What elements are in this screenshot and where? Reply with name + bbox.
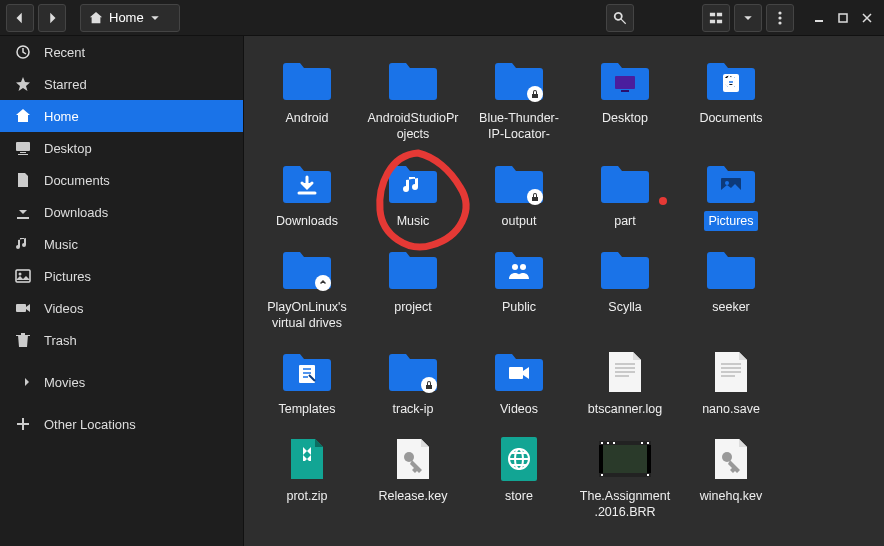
file-item[interactable]: part (572, 159, 678, 231)
file-icon (275, 347, 339, 397)
file-item[interactable]: output (466, 159, 572, 231)
file-item[interactable]: AndroidStudioProjects (360, 56, 466, 145)
file-item[interactable]: Music (360, 159, 466, 231)
file-item[interactable]: nano.save (678, 347, 784, 419)
file-item[interactable]: winehq.kev (678, 434, 784, 523)
minimize-button[interactable] (808, 7, 830, 29)
svg-point-6 (778, 21, 781, 24)
clock-icon (14, 44, 32, 60)
sidebar-item-pictures[interactable]: Pictures (0, 260, 243, 292)
sidebar: RecentStarredHomeDesktopDocumentsDownloa… (0, 36, 244, 546)
view-mode-button[interactable] (702, 4, 730, 32)
close-button[interactable] (856, 7, 878, 29)
sidebar-item-movies[interactable]: Movies (0, 366, 243, 398)
file-item[interactable]: Public (466, 245, 572, 334)
file-label: PlayOnLinux's virtual drives (257, 297, 357, 334)
file-icon (275, 245, 339, 295)
sidebar-item-trash[interactable]: Trash (0, 324, 243, 356)
file-item[interactable]: Desktop (572, 56, 678, 145)
maximize-button[interactable] (832, 7, 854, 29)
sidebar-item-label: Downloads (44, 205, 108, 220)
sidebar-item-other-locations[interactable]: Other Locations (0, 408, 243, 440)
sidebar-item-music[interactable]: Music (0, 228, 243, 260)
home-icon (89, 11, 103, 25)
picture-icon (14, 268, 32, 284)
search-button[interactable] (606, 4, 634, 32)
file-item[interactable]: Templates (254, 347, 360, 419)
svg-rect-2 (710, 19, 715, 23)
sidebar-item-starred[interactable]: Starred (0, 68, 243, 100)
download-icon (14, 204, 32, 220)
sidebar-item-recent[interactable]: Recent (0, 36, 243, 68)
menu-button[interactable] (766, 4, 794, 32)
file-item[interactable]: Videos (466, 347, 572, 419)
file-icon (699, 434, 763, 484)
link-icon (315, 275, 331, 291)
file-item[interactable]: Pictures (678, 159, 784, 231)
file-label: Public (498, 297, 540, 317)
file-item[interactable]: prot.zip (254, 434, 360, 523)
file-label: store (501, 486, 537, 506)
svg-rect-42 (601, 474, 603, 476)
file-item[interactable]: track-ip (360, 347, 466, 419)
svg-rect-27 (509, 367, 523, 379)
svg-point-5 (778, 16, 781, 19)
file-item[interactable]: Downloads (254, 159, 360, 231)
svg-point-23 (725, 181, 729, 185)
file-item[interactable]: Release.key (360, 434, 466, 523)
svg-rect-11 (20, 152, 26, 153)
svg-rect-38 (607, 442, 609, 444)
trash-icon (14, 332, 32, 348)
svg-rect-34 (603, 445, 647, 473)
svg-rect-40 (641, 442, 643, 444)
svg-point-14 (19, 273, 22, 276)
file-icon (699, 159, 763, 209)
file-label: The.Assignment.2016.BRR (575, 486, 675, 523)
file-item[interactable]: PlayOnLinux's virtual drives (254, 245, 360, 334)
file-item[interactable]: store (466, 434, 572, 523)
file-icon (593, 347, 657, 397)
breadcrumb[interactable]: Home (80, 4, 180, 32)
file-item[interactable]: btscanner.log (572, 347, 678, 419)
file-label: part (610, 211, 640, 231)
file-label: Android (281, 108, 332, 128)
svg-rect-15 (16, 304, 26, 312)
sidebar-item-desktop[interactable]: Desktop (0, 132, 243, 164)
svg-rect-8 (839, 14, 847, 22)
svg-rect-1 (717, 12, 722, 16)
file-icon (275, 56, 339, 106)
svg-rect-35 (599, 441, 651, 445)
file-label: Templates (275, 399, 340, 419)
svg-rect-3 (717, 19, 722, 23)
forward-button[interactable] (38, 4, 66, 32)
file-icon (381, 347, 445, 397)
file-item[interactable]: project (360, 245, 466, 334)
sidebar-item-downloads[interactable]: Downloads (0, 196, 243, 228)
file-item[interactable]: Android (254, 56, 360, 145)
back-button[interactable] (6, 4, 34, 32)
file-icon (487, 347, 551, 397)
svg-rect-41 (647, 442, 649, 444)
file-label: btscanner.log (584, 399, 666, 419)
video-icon (14, 300, 32, 316)
file-item[interactable]: Blue-Thunder-IP-Locator- (466, 56, 572, 145)
sidebar-item-videos[interactable]: Videos (0, 292, 243, 324)
desktop-icon (14, 140, 32, 156)
sidebar-item-home[interactable]: Home (0, 100, 243, 132)
file-label: winehq.kev (696, 486, 767, 506)
file-icon (381, 434, 445, 484)
sidebar-item-label: Other Locations (44, 417, 136, 432)
file-label: output (498, 211, 541, 231)
sidebar-item-label: Desktop (44, 141, 92, 156)
file-icon (593, 245, 657, 295)
file-label: Scylla (604, 297, 645, 317)
file-item[interactable]: seeker (678, 245, 784, 334)
svg-rect-10 (16, 142, 30, 151)
file-item[interactable]: The.Assignment.2016.BRR (572, 434, 678, 523)
file-label: Documents (695, 108, 766, 128)
file-item[interactable]: Scylla (572, 245, 678, 334)
sidebar-item-documents[interactable]: Documents (0, 164, 243, 196)
svg-rect-37 (601, 442, 603, 444)
file-item[interactable]: Documents (678, 56, 784, 145)
view-options-button[interactable] (734, 4, 762, 32)
